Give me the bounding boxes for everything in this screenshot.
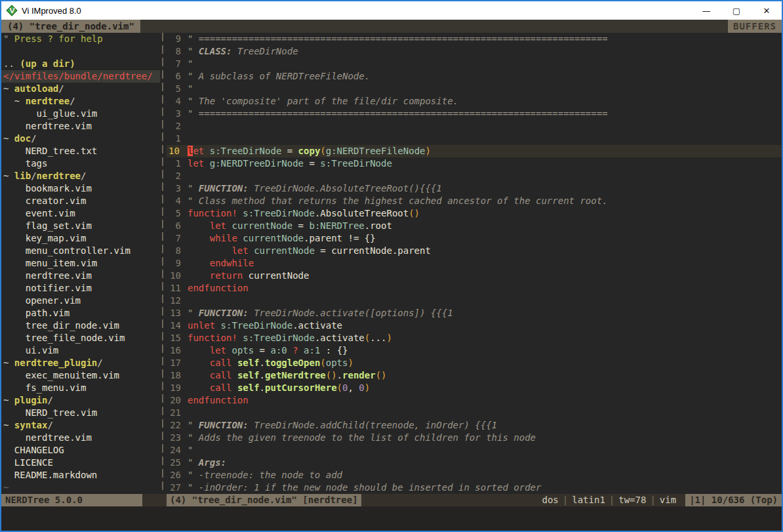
code-line-text: " (184, 58, 193, 70)
tree-item[interactable]: event.vim (1, 207, 160, 220)
line-number: 5 (167, 83, 184, 95)
tree-item[interactable]: opener.vim (1, 295, 160, 307)
code-line[interactable]: 8 let currentNode = currentNode.parent (167, 245, 782, 257)
tree-item[interactable]: tree_file_node.vim (1, 332, 160, 344)
tree-item[interactable]: bookmark.vim (1, 182, 160, 195)
tree-item[interactable]: tree_dir_node.vim (1, 319, 160, 332)
tree-item[interactable]: nerdtree.vim (1, 432, 160, 444)
line-number: 4 (167, 195, 184, 207)
status-item: latin1 (568, 494, 609, 506)
tree-item[interactable]: LICENCE (1, 457, 160, 469)
code-line[interactable]: 20endfunction (167, 394, 782, 407)
code-line-text: " -treenode: the node to add (184, 469, 342, 481)
code-line[interactable]: 4" Class method that returns the highest… (167, 195, 782, 207)
code-line[interactable]: 5function! s:TreeDirNode.AbsoluteTreeRoo… (167, 207, 782, 220)
tree-item[interactable]: ~ nerdtree_plugin/ (1, 357, 160, 369)
tree-item[interactable]: " Press ? for help (1, 33, 160, 45)
vim-window: V Vi IMproved 8.0 — ▢ ✕ (4) "tree_dir_no… (0, 0, 783, 532)
window-split-separator[interactable] (160, 33, 167, 494)
tree-item[interactable]: NERD_tree.vim (1, 407, 160, 419)
line-number: 3 (167, 108, 184, 120)
tree-item[interactable]: ui_glue.vim (1, 108, 160, 120)
code-line[interactable]: 25" Args: (167, 457, 782, 469)
tree-item[interactable]: ui.vim (1, 344, 160, 357)
tree-item[interactable]: CHANGELOG (1, 444, 160, 457)
code-line[interactable]: 16 let opts = a:0 ? a:1 : {} (167, 344, 782, 357)
tree-item[interactable]: </vimfiles/bundle/nerdtree/ (1, 70, 160, 83)
maximize-button[interactable]: ▢ (721, 1, 752, 20)
tree-item[interactable]: ~ plugin/ (1, 394, 160, 407)
code-line[interactable]: 13" FUNCTION: TreeDirNode.activate([opti… (167, 307, 782, 319)
code-line[interactable]: 27" -inOrder: 1 if the new node should b… (167, 481, 782, 494)
tree-item[interactable]: fs_menu.vim (1, 382, 160, 394)
code-line[interactable]: 7 while currentNode.parent != {} (167, 232, 782, 245)
code-line[interactable]: 8" CLASS: TreeDirNode (167, 45, 782, 58)
tree-item[interactable]: ~ doc/ (1, 133, 160, 145)
tree-item[interactable]: nerdtree.vim (1, 120, 160, 133)
code-line[interactable]: 14unlet s:TreeDirNode.activate (167, 319, 782, 332)
code-line[interactable]: 22" FUNCTION: TreeDirNode.addChild(treen… (167, 419, 782, 432)
tree-item[interactable]: tags (1, 157, 160, 170)
code-line[interactable]: 9" =====================================… (167, 33, 782, 45)
nerdtree-panel: " Press ? for help.. (up a dir)</vimfile… (1, 33, 160, 494)
tree-item[interactable]: .. (up a dir) (1, 58, 160, 70)
code-line[interactable]: 15function! s:TreeDirNode.activate(...) (167, 332, 782, 344)
code-line[interactable]: 9 endwhile (167, 257, 782, 270)
tree-item[interactable]: notifier.vim (1, 282, 160, 295)
code-line[interactable]: 11endfunction (167, 282, 782, 295)
command-line[interactable] (1, 506, 782, 531)
active-tab[interactable]: (4) "tree_dir_node.vim" (1, 20, 140, 33)
line-number: 2 (167, 170, 184, 182)
code-line[interactable]: 7" (167, 58, 782, 70)
code-line[interactable]: 23" Adds the given treenode to the list … (167, 432, 782, 444)
code-line[interactable]: 4" The 'composite' part of the file/dir … (167, 95, 782, 108)
tree-item[interactable]: key_map.vim (1, 232, 160, 245)
code-line[interactable]: 17 call self.toggleOpen(opts) (167, 357, 782, 369)
code-line[interactable]: 2 (167, 120, 782, 133)
line-number: 25 (167, 457, 184, 469)
minimize-button[interactable]: — (691, 1, 721, 20)
tree-item[interactable] (1, 45, 160, 58)
code-line[interactable]: 1 (167, 133, 782, 145)
code-line[interactable]: 10 return currentNode (167, 270, 782, 282)
code-line[interactable]: 3" =====================================… (167, 108, 782, 120)
code-line[interactable]: 5" (167, 83, 782, 95)
code-line[interactable]: 1let g:NERDTreeDirNode = s:TreeDirNode (167, 157, 782, 170)
code-line[interactable]: 3" FUNCTION: TreeDirNode.AbsoluteTreeRoo… (167, 182, 782, 195)
tree-item[interactable]: menu_item.vim (1, 257, 160, 270)
tree-item[interactable]: ~ lib/nerdtree/ (1, 170, 160, 182)
code-line[interactable]: 2 (167, 170, 782, 182)
tree-item[interactable]: creator.vim (1, 195, 160, 207)
tree-item[interactable]: ~ syntax/ (1, 419, 160, 432)
tree-item[interactable]: path.vim (1, 307, 160, 319)
line-number: 22 (167, 419, 184, 432)
tree-item[interactable]: README.markdown (1, 469, 160, 481)
code-line[interactable]: 21 (167, 407, 782, 419)
code-line[interactable]: 12 (167, 295, 782, 307)
line-number: 3 (167, 182, 184, 195)
tree-item[interactable]: ~ autoload/ (1, 83, 160, 95)
code-line-text (184, 407, 188, 419)
code-line[interactable]: 6" A subclass of NERDTreeFileNode. (167, 70, 782, 83)
tree-item[interactable]: menu_controller.vim (1, 245, 160, 257)
line-number: 10 (167, 145, 184, 157)
code-line[interactable]: 18 call self.getNerdtree().render() (167, 369, 782, 382)
code-line[interactable]: 19 call self.putCursorHere(0, 0) (167, 382, 782, 394)
close-button[interactable]: ✕ (752, 1, 782, 20)
code-line-text: let opts = a:0 ? a:1 : {} (184, 344, 348, 357)
code-line-text (184, 120, 188, 133)
code-line[interactable]: 6 let currentNode = b:NERDTree.root (167, 220, 782, 232)
position-badge: |1| 10/636 (Top) (685, 494, 782, 506)
line-number: 23 (167, 432, 184, 444)
line-number: 16 (167, 344, 184, 357)
tree-item[interactable]: nerdtree.vim (1, 270, 160, 282)
tree-item[interactable]: ~ nerdtree/ (1, 95, 160, 108)
line-number: 4 (167, 95, 184, 108)
code-line-text: " The 'composite' part of the file/dir c… (184, 95, 458, 108)
tree-item[interactable]: NERD_tree.txt (1, 145, 160, 157)
tree-item[interactable]: flag_set.vim (1, 220, 160, 232)
code-line[interactable]: 24" (167, 444, 782, 457)
tree-item[interactable]: exec_menuitem.vim (1, 369, 160, 382)
code-line[interactable]: 10let s:TreeDirNode = copy(g:NERDTreeFil… (167, 145, 782, 157)
code-line[interactable]: 26" -treenode: the node to add (167, 469, 782, 481)
